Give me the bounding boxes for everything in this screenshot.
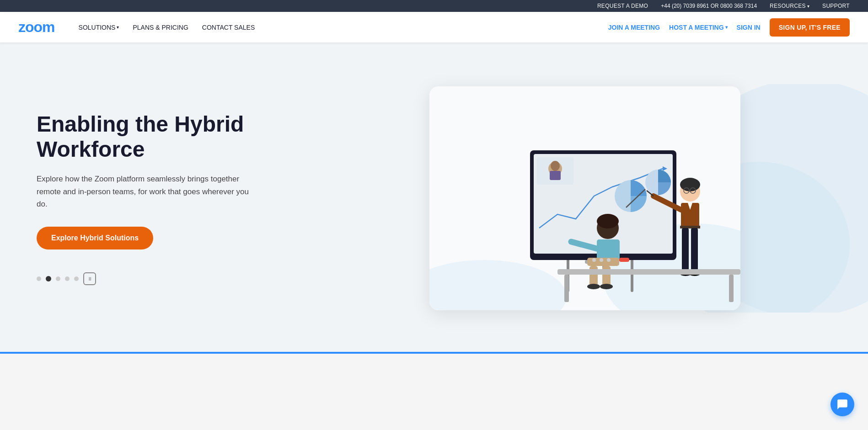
request-demo-link[interactable]: REQUEST A DEMO (597, 3, 648, 9)
svg-point-16 (551, 161, 560, 171)
svg-rect-27 (691, 228, 698, 274)
slideshow-pause-button[interactable]: ⏸ (83, 272, 96, 285)
explore-hybrid-button[interactable]: Explore Hybrid Solutions (37, 227, 153, 250)
svg-rect-41 (602, 266, 611, 287)
slide-dot-3[interactable] (56, 276, 60, 281)
hero-title: Enabling the Hybrid Workforce (37, 111, 265, 162)
nav-join-meeting[interactable]: JOIN A MEETING (608, 24, 660, 31)
nav-plans-pricing[interactable]: PLANS & PRICING (127, 20, 193, 35)
illustration-svg (429, 86, 740, 310)
svg-rect-45 (564, 275, 569, 302)
slide-dot-1[interactable] (37, 276, 41, 281)
nav-left: SOLUTIONS ▾ PLANS & PRICING CONTACT SALE… (73, 20, 608, 35)
nav-sign-in[interactable]: SIGN IN (737, 24, 761, 31)
svg-rect-26 (682, 228, 689, 274)
pause-icon: ⏸ (87, 276, 92, 281)
hero-description: Explore how the Zoom platform seamlessly… (37, 173, 256, 210)
svg-rect-46 (729, 275, 734, 302)
svg-point-49 (607, 258, 611, 262)
nav-contact-sales[interactable]: CONTACT SALES (197, 20, 260, 35)
main-nav: zoom SOLUTIONS ▾ PLANS & PRICING CONTACT… (0, 12, 868, 43)
slide-dots: ⏸ (37, 272, 265, 285)
hero-image-area (302, 43, 868, 354)
bottom-bar (0, 352, 868, 354)
slide-dot-2[interactable] (46, 276, 51, 281)
nav-signup-button[interactable]: SIGN UP, IT'S FREE (770, 18, 850, 37)
slide-dot-5[interactable] (74, 276, 79, 281)
nav-solutions[interactable]: SOLUTIONS ▾ (73, 20, 125, 35)
hero-illustration-card (429, 86, 740, 310)
svg-point-47 (592, 258, 596, 262)
svg-rect-44 (557, 269, 740, 275)
resources-link[interactable]: RESOURCES (770, 3, 809, 9)
solutions-chevron-icon: ▾ (117, 25, 119, 30)
nav-host-meeting[interactable]: HOST A MEETING (669, 24, 728, 31)
svg-rect-25 (680, 226, 700, 228)
svg-rect-40 (589, 266, 598, 287)
logo-text: zoom (18, 19, 55, 35)
svg-rect-38 (587, 258, 619, 266)
nav-right: JOIN A MEETING HOST A MEETING SIGN IN SI… (608, 18, 850, 37)
svg-point-42 (587, 284, 600, 289)
hero-content: Enabling the Hybrid Workforce Explore ho… (0, 84, 302, 313)
svg-rect-50 (619, 258, 629, 262)
logo[interactable]: zoom (18, 19, 55, 36)
svg-point-48 (600, 258, 603, 262)
hero-section: Enabling the Hybrid Workforce Explore ho… (0, 43, 868, 354)
svg-rect-17 (550, 171, 561, 180)
top-bar: REQUEST A DEMO +44 (20) 7039 8961 OR 080… (0, 0, 868, 12)
phone-number: +44 (20) 7039 8961 OR 0800 368 7314 (661, 3, 757, 9)
svg-point-43 (600, 284, 613, 289)
support-link[interactable]: SUPPORT (822, 3, 850, 9)
slide-dot-4[interactable] (65, 276, 70, 281)
svg-point-36 (597, 214, 619, 228)
